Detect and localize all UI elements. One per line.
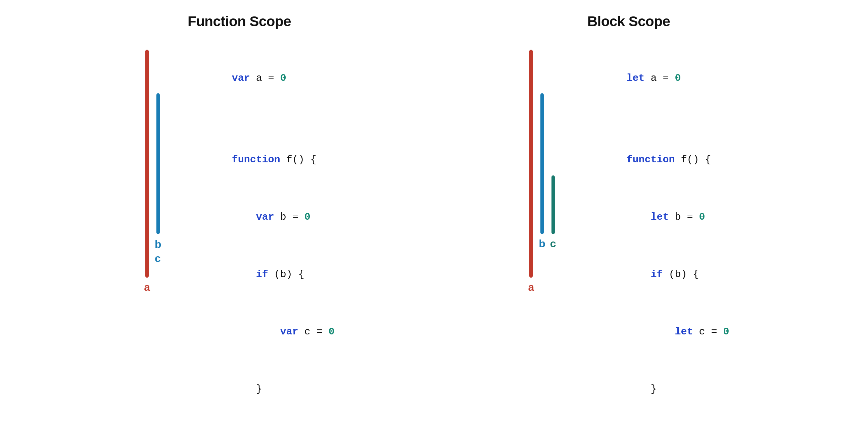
code-gap-1 bbox=[172, 107, 335, 119]
block-keyword-let-b: let bbox=[651, 211, 669, 223]
code-line-1: var a = 0 bbox=[172, 50, 335, 107]
block-bar-b-wrapper: b bbox=[539, 93, 546, 250]
code-line-if: if (b) { bbox=[172, 246, 335, 303]
keyword-function: function bbox=[232, 154, 280, 165]
bar-a-red bbox=[145, 50, 149, 278]
block-code-gap-1b bbox=[566, 119, 730, 131]
function-scope-panel: Function Scope a b c bbox=[65, 13, 414, 429]
bar-a-label: a bbox=[144, 281, 150, 294]
block-bar-a-label: a bbox=[528, 281, 534, 294]
function-scope-body: a b c var a = 0 func bbox=[65, 50, 414, 429]
code-line-function: function f() { bbox=[172, 131, 335, 189]
bar-a-wrapper: a bbox=[144, 50, 150, 294]
code-line-var-b: var b = 0 bbox=[172, 189, 335, 246]
block-code-line-let-b: let b = 0 bbox=[566, 189, 730, 246]
value-0-b: 0 bbox=[304, 211, 310, 223]
block-scope-title: Block Scope bbox=[587, 13, 670, 30]
bar-bc-teal bbox=[156, 93, 160, 234]
value-0-1: 0 bbox=[280, 72, 286, 84]
block-value-0-1: 0 bbox=[675, 72, 681, 84]
block-code-line-function: function f() { bbox=[566, 131, 730, 189]
block-scope-body: a b c let a = 0 bbox=[454, 50, 803, 429]
function-scope-title: Function Scope bbox=[188, 13, 291, 30]
block-bar-c-green bbox=[552, 175, 555, 234]
code-line-var-c: var c = 0 bbox=[172, 303, 335, 361]
block-bar-b-teal bbox=[540, 93, 544, 234]
block-keyword-function: function bbox=[627, 154, 675, 165]
keyword-if: if bbox=[256, 269, 268, 280]
block-scope-panel: Block Scope a b c bbox=[454, 13, 803, 429]
keyword-var-1: var bbox=[232, 72, 250, 84]
block-bar-c-label: c bbox=[550, 237, 556, 250]
block-value-0-b: 0 bbox=[699, 211, 705, 223]
code-gap-1b bbox=[172, 119, 335, 131]
code-line-close-if: } bbox=[172, 361, 335, 418]
block-bar-b-label: b bbox=[539, 237, 546, 250]
block-bar-a-wrapper: a bbox=[528, 50, 534, 294]
block-code-gap-1 bbox=[566, 107, 730, 119]
block-keyword-if: if bbox=[651, 269, 663, 280]
block-code-line-close-fn: } bbox=[566, 418, 730, 429]
main-container: Function Scope a b c bbox=[65, 13, 803, 429]
block-keyword-let-1: let bbox=[627, 72, 645, 84]
block-bar-c-wrapper: c bbox=[550, 175, 556, 250]
bar-bc-labels: b c bbox=[155, 237, 161, 265]
function-scope-code: var a = 0 function f() { var b = 0 if (b… bbox=[172, 50, 335, 429]
code-line-close-fn: } bbox=[172, 418, 335, 429]
keyword-var-b: var bbox=[256, 211, 274, 223]
block-code-line-1: let a = 0 bbox=[566, 50, 730, 107]
bar-bc-wrapper: b c bbox=[155, 93, 161, 265]
block-code-line-close-if: } bbox=[566, 361, 730, 418]
bar-b-label: b bbox=[155, 237, 161, 252]
value-0-c: 0 bbox=[329, 326, 335, 337]
function-scope-bars: a b c bbox=[144, 50, 161, 294]
block-value-0-c: 0 bbox=[723, 326, 730, 337]
block-bar-a-red bbox=[529, 50, 533, 278]
bar-c-label: c bbox=[155, 252, 161, 266]
block-code-line-if: if (b) { bbox=[566, 246, 730, 303]
block-scope-bars: a b c bbox=[528, 50, 556, 294]
block-keyword-let-c: let bbox=[675, 326, 693, 337]
block-code-line-let-c: let c = 0 bbox=[566, 303, 730, 361]
keyword-var-c: var bbox=[280, 326, 299, 337]
block-scope-code: let a = 0 function f() { let b = 0 if (b… bbox=[566, 50, 730, 429]
